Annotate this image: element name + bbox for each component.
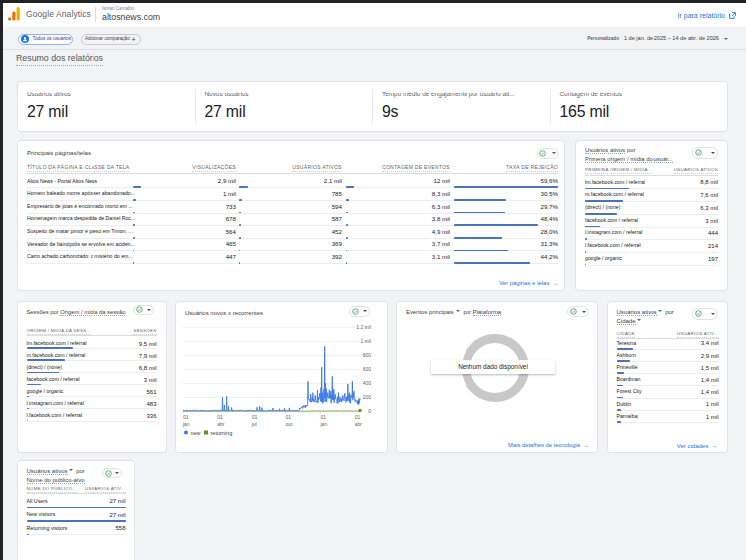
svg-text:01: 01 bbox=[252, 414, 258, 420]
svg-text:jan: jan bbox=[320, 421, 328, 427]
svg-text:800: 800 bbox=[363, 352, 372, 358]
svg-text:jan: jan bbox=[182, 421, 190, 427]
svg-text:200: 200 bbox=[363, 394, 372, 400]
svg-text:new: new bbox=[191, 430, 201, 436]
svg-text:abr: abr bbox=[355, 421, 363, 427]
svg-text:01: 01 bbox=[183, 414, 189, 420]
svg-text:01: 01 bbox=[286, 414, 292, 420]
svg-text:abr: abr bbox=[217, 421, 225, 427]
svg-text:01: 01 bbox=[217, 414, 223, 420]
svg-text:600: 600 bbox=[363, 366, 372, 372]
svg-text:jul: jul bbox=[251, 421, 257, 427]
svg-text:01: 01 bbox=[321, 414, 327, 420]
svg-text:1,2 mil: 1,2 mil bbox=[356, 324, 371, 330]
svg-text:400: 400 bbox=[363, 380, 372, 386]
svg-text:01: 01 bbox=[355, 414, 361, 420]
svg-text:returning: returning bbox=[211, 430, 233, 436]
svg-text:out: out bbox=[286, 421, 294, 427]
svg-text:1 mil: 1 mil bbox=[360, 338, 371, 344]
svg-text:0: 0 bbox=[368, 408, 371, 414]
